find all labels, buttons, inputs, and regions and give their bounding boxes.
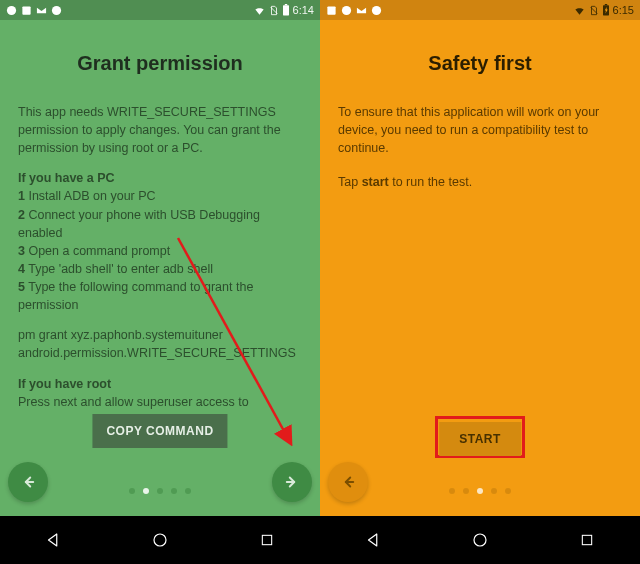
status-bar: 6:14 xyxy=(0,0,320,20)
no-sim-icon xyxy=(269,5,279,16)
bottom-controls: START xyxy=(320,406,640,516)
battery-icon xyxy=(282,4,290,16)
arrow-left-icon xyxy=(19,473,37,491)
left-screenshot: 6:14 Grant permission This app needs WRI… xyxy=(0,0,320,564)
safety-text-2a: Tap xyxy=(338,175,362,189)
page-dot xyxy=(491,488,497,494)
svg-point-8 xyxy=(154,534,166,546)
nav-recents-button[interactable] xyxy=(562,516,612,564)
clock-text: 6:15 xyxy=(613,4,634,16)
page-title: Grant permission xyxy=(18,52,302,75)
step-5-text: Type the following command to grant the … xyxy=(18,280,253,312)
svg-point-18 xyxy=(474,534,486,546)
nav-back-button[interactable] xyxy=(28,516,78,564)
svg-point-13 xyxy=(372,5,381,14)
page-dot xyxy=(185,488,191,494)
safety-text-2: Tap start to run the test. xyxy=(338,173,622,191)
copy-command-button[interactable]: COPY COMMAND xyxy=(92,414,227,448)
svg-point-12 xyxy=(342,5,351,14)
command-text: pm grant xyz.paphonb.systemuituner andro… xyxy=(18,326,302,362)
step-5: 5 Type the following command to grant th… xyxy=(18,278,302,314)
svg-rect-19 xyxy=(582,535,591,544)
page-dot xyxy=(449,488,455,494)
arrow-right-icon xyxy=(283,473,301,491)
svg-rect-1 xyxy=(22,6,30,14)
clock-text: 6:14 xyxy=(293,4,314,16)
step-2: 2 Connect your phone with USB Debugging … xyxy=(18,206,302,242)
status-bar: 6:15 xyxy=(320,0,640,20)
page-dot-active xyxy=(143,488,149,494)
arrow-left-icon xyxy=(339,473,357,491)
notification-mail-icon xyxy=(36,5,47,16)
notification-circle-icon xyxy=(371,5,382,16)
notification-circle-icon xyxy=(6,5,17,16)
step-2-text: Connect your phone with USB Debugging en… xyxy=(18,208,260,240)
android-nav-bar xyxy=(320,516,640,564)
svg-rect-11 xyxy=(327,6,335,14)
no-sim-icon xyxy=(589,5,599,16)
intro-text: This app needs WRITE_SECURE_SETTINGS per… xyxy=(18,103,302,157)
back-button[interactable] xyxy=(8,462,48,502)
back-button[interactable] xyxy=(328,462,368,502)
safety-text-2b: start xyxy=(362,175,389,189)
triangle-back-icon xyxy=(44,531,62,549)
page-dot xyxy=(129,488,135,494)
page-dot xyxy=(171,488,177,494)
circle-home-icon xyxy=(471,531,489,549)
step-3: 3 Open a command prompt xyxy=(18,242,302,260)
right-screenshot: 6:15 Safety first To ensure that this ap… xyxy=(320,0,640,564)
page-title: Safety first xyxy=(338,52,622,75)
wifi-icon xyxy=(253,5,266,16)
step-3-text: Open a command prompt xyxy=(28,244,170,258)
nav-home-button[interactable] xyxy=(455,516,505,564)
page-indicator xyxy=(449,488,511,494)
bottom-controls: COPY COMMAND xyxy=(0,406,320,516)
notification-mail-icon xyxy=(356,5,367,16)
nav-recents-button[interactable] xyxy=(242,516,292,564)
android-nav-bar xyxy=(0,516,320,564)
safety-text-2c: to run the test. xyxy=(389,175,472,189)
page-dot-active xyxy=(477,488,483,494)
page-dot xyxy=(505,488,511,494)
svg-rect-4 xyxy=(283,5,289,15)
start-button[interactable]: START xyxy=(439,422,521,456)
notification-image-icon xyxy=(326,5,337,16)
nav-back-button[interactable] xyxy=(348,516,398,564)
nav-home-button[interactable] xyxy=(135,516,185,564)
wifi-icon xyxy=(573,5,586,16)
safety-text-1: To ensure that this application will wor… xyxy=(338,103,622,157)
page-dot xyxy=(157,488,163,494)
next-button[interactable] xyxy=(272,462,312,502)
svg-point-2 xyxy=(52,5,61,14)
square-recents-icon xyxy=(259,532,275,548)
root-heading: If you have root xyxy=(18,377,302,391)
svg-rect-9 xyxy=(262,535,271,544)
circle-home-icon xyxy=(151,531,169,549)
step-4: 4 Type 'adb shell' to enter adb shell xyxy=(18,260,302,278)
battery-charging-icon xyxy=(602,4,610,16)
step-1-text: Install ADB on your PC xyxy=(28,189,155,203)
page-indicator xyxy=(129,488,191,494)
step-1: 1 Install ADB on your PC xyxy=(18,187,302,205)
svg-rect-5 xyxy=(284,4,286,5)
square-recents-icon xyxy=(579,532,595,548)
page-dot xyxy=(463,488,469,494)
notification-image-icon xyxy=(21,5,32,16)
svg-rect-16 xyxy=(604,4,606,5)
notification-circle-icon xyxy=(341,5,352,16)
notification-circle-icon xyxy=(51,5,62,16)
step-4-text: Type 'adb shell' to enter adb shell xyxy=(28,262,213,276)
triangle-back-icon xyxy=(364,531,382,549)
svg-point-0 xyxy=(7,5,16,14)
pc-heading: If you have a PC xyxy=(18,171,302,185)
